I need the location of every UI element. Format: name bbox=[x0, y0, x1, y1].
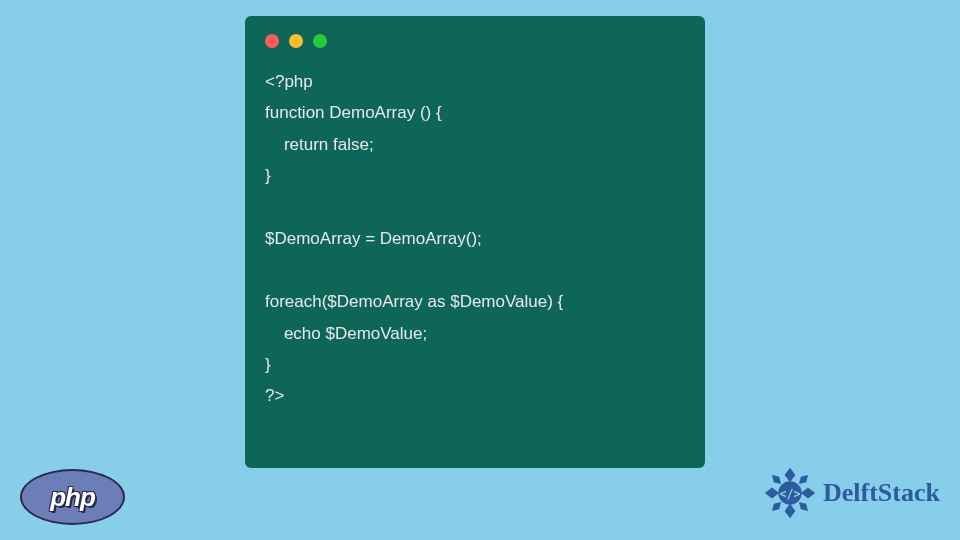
svg-marker-6 bbox=[772, 502, 781, 511]
window-traffic-lights bbox=[265, 34, 685, 48]
svg-marker-2 bbox=[765, 488, 779, 499]
minimize-icon bbox=[289, 34, 303, 48]
svg-marker-5 bbox=[799, 475, 808, 484]
code-window: <?php function DemoArray () { return fal… bbox=[245, 16, 705, 468]
svg-marker-3 bbox=[801, 488, 815, 499]
svg-marker-0 bbox=[785, 468, 796, 482]
svg-text:</>: </> bbox=[779, 487, 800, 501]
delftstack-logo: </> DelftStack bbox=[763, 466, 940, 520]
delftstack-icon: </> bbox=[763, 466, 817, 520]
close-icon bbox=[265, 34, 279, 48]
delftstack-logo-text: DelftStack bbox=[823, 478, 940, 508]
php-logo: php bbox=[20, 469, 125, 525]
svg-marker-1 bbox=[785, 504, 796, 518]
code-content: <?php function DemoArray () { return fal… bbox=[265, 66, 685, 412]
svg-marker-7 bbox=[799, 502, 808, 511]
svg-marker-4 bbox=[772, 475, 781, 484]
maximize-icon bbox=[313, 34, 327, 48]
php-logo-text: php bbox=[50, 482, 95, 513]
